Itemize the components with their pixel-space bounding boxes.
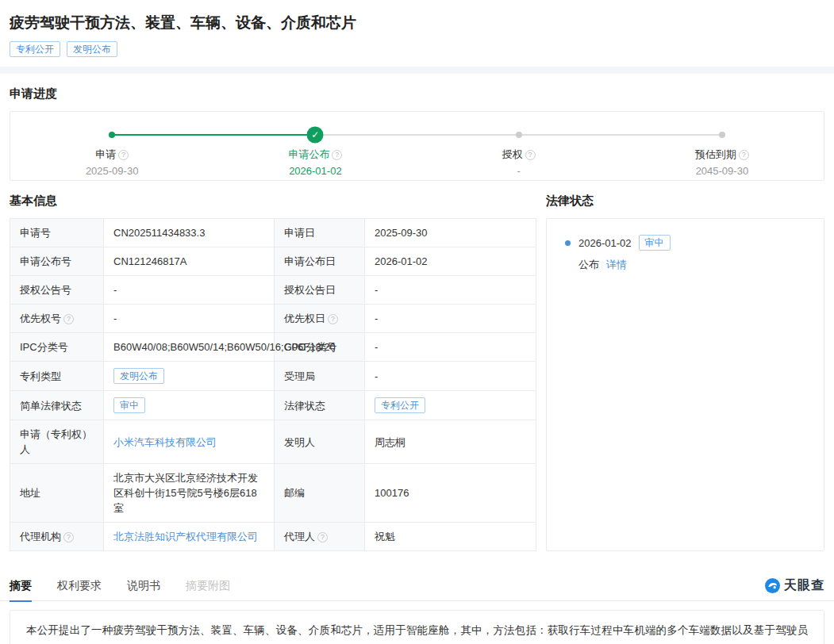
- step-done-dot: [109, 132, 115, 138]
- patent-status-tag: 专利公开: [10, 41, 60, 57]
- table-row: 申请号 CN202511434833.3 申请日 2025-09-30: [10, 219, 536, 247]
- field-label: 授权公告号: [10, 276, 104, 305]
- field-label: 受理局: [275, 362, 365, 391]
- field-label: 申请日: [275, 219, 365, 247]
- timeline-step-grant: 授权? -: [417, 112, 621, 180]
- field-value: -: [365, 276, 536, 305]
- patent-type-tag: 发明公布: [67, 41, 117, 57]
- legal-status-action: 公布: [578, 259, 599, 270]
- field-label: 专利类型: [10, 362, 104, 391]
- field-label: 优先权日: [284, 312, 325, 324]
- basic-info-table: 申请号 CN202511434833.3 申请日 2025-09-30 申请公布…: [10, 218, 536, 551]
- step-label: 授权: [502, 148, 523, 160]
- help-icon[interactable]: ?: [317, 532, 328, 542]
- field-label: 代理机构: [20, 531, 61, 542]
- legal-status-item-badge: 审中: [639, 235, 671, 251]
- legal-status-heading: 法律状态: [546, 194, 824, 209]
- field-value: 2026-01-02: [365, 247, 536, 276]
- field-label: 授权公告日: [275, 276, 365, 305]
- field-label: 申请公布号: [10, 247, 104, 276]
- help-icon[interactable]: ?: [739, 150, 749, 160]
- legal-status-detail-link[interactable]: 详情: [606, 259, 627, 270]
- field-value: -: [365, 362, 536, 391]
- brand-name: 天眼查: [784, 577, 824, 594]
- simple-legal-status-badge: 审中: [113, 397, 145, 413]
- field-label: 邮编: [275, 464, 365, 523]
- agency-link[interactable]: 北京法胜知识产权代理有限公司: [113, 531, 258, 542]
- field-label: 申请公布日: [275, 247, 365, 276]
- tab-abstract[interactable]: 摘要: [10, 571, 32, 601]
- field-value: -: [365, 305, 536, 333]
- field-value: 100176: [365, 464, 536, 523]
- help-icon[interactable]: ?: [63, 314, 74, 324]
- table-row: IPC分类号 B60W40/08;B60W50/14;B60W50/16;G06…: [10, 333, 536, 362]
- document-tabbar: 摘要 权利要求 说明书 摘要附图 天眼查: [0, 571, 834, 601]
- tab-claims[interactable]: 权利要求: [57, 571, 102, 601]
- table-row: 优先权号? - 优先权日? -: [10, 305, 536, 333]
- field-label: CPC分类号: [275, 333, 365, 362]
- field-value: CN121246817A: [104, 247, 275, 276]
- legal-status-badge: 专利公开: [375, 397, 425, 413]
- step-label: 预估到期: [695, 148, 736, 160]
- legal-status-item: 2026-01-02 审中 公布 详情: [563, 235, 808, 272]
- patent-tag-row: 专利公开 发明公布: [10, 41, 824, 57]
- field-value: CN202511434833.3: [104, 219, 275, 247]
- patent-title: 疲劳驾驶干预方法、装置、车辆、设备、介质和芯片: [10, 13, 824, 33]
- timeline-step-publication: ✓ 申请公布? 2026-01-02: [213, 112, 417, 180]
- step-pending-dot: [719, 132, 725, 138]
- step-date: -: [417, 165, 621, 177]
- help-icon[interactable]: ?: [63, 532, 74, 542]
- tianyancha-logo-icon: [765, 578, 780, 593]
- legal-status-date: 2026-01-02: [578, 237, 632, 249]
- field-label: 申请号: [10, 219, 104, 247]
- application-progress-timeline: 申请? 2025-09-30 ✓ 申请公布? 2026-01-02 授权? - …: [10, 111, 824, 181]
- field-value: -: [365, 333, 536, 362]
- field-label: 地址: [10, 464, 104, 523]
- table-row: 授权公告号 - 授权公告日 -: [10, 276, 536, 305]
- table-row: 地址 北京市大兴区北京经济技术开发区科创十街15号院5号楼6层618室 邮编 1…: [10, 464, 536, 523]
- progress-heading: 申请进度: [10, 86, 824, 102]
- field-label: IPC分类号: [10, 333, 104, 362]
- step-pending-dot: [516, 132, 522, 138]
- help-icon[interactable]: ?: [525, 150, 536, 160]
- tab-abstract-figure[interactable]: 摘要附图: [186, 571, 230, 601]
- field-value: -: [104, 305, 275, 333]
- abstract-text: 本公开提出了一种疲劳驾驶干预方法、装置、车辆、设备、介质和芯片，适用于智能座舱，…: [26, 624, 808, 644]
- step-label: 申请: [95, 148, 116, 160]
- field-label: 代理人: [284, 531, 315, 542]
- field-value: 祝魁: [365, 523, 536, 551]
- abstract-panel: 本公开提出了一种疲劳驾驶干预方法、装置、车辆、设备、介质和芯片，适用于智能座舱，…: [10, 610, 824, 644]
- timeline-step-estimated-expiry: 预估到期? 2045-09-30: [621, 112, 824, 180]
- field-value: 周志桐: [365, 420, 536, 464]
- basic-info-heading: 基本信息: [10, 194, 536, 209]
- step-date: 2025-09-30: [10, 165, 213, 177]
- field-label: 申请（专利权）人: [10, 420, 104, 464]
- timeline-step-application: 申请? 2025-09-30: [10, 112, 213, 180]
- table-row: 申请公布号 CN121246817A 申请公布日 2026-01-02: [10, 247, 536, 276]
- step-label: 申请公布: [288, 148, 329, 160]
- field-label: 发明人: [275, 420, 365, 464]
- tab-description[interactable]: 说明书: [127, 571, 160, 601]
- step-check-icon: ✓: [307, 127, 324, 144]
- field-value: 2025-09-30: [365, 219, 536, 247]
- tianyancha-brand: 天眼查: [765, 577, 824, 594]
- step-date: 2045-09-30: [621, 165, 824, 177]
- bullet-dot-icon: [565, 240, 571, 246]
- help-icon[interactable]: ?: [328, 314, 338, 324]
- page-header: 疲劳驾驶干预方法、装置、车辆、设备、介质和芯片 专利公开 发明公布: [0, 0, 834, 67]
- field-label: 优先权号: [20, 312, 61, 324]
- field-value: -: [104, 276, 275, 305]
- help-icon[interactable]: ?: [332, 150, 342, 160]
- help-icon[interactable]: ?: [118, 150, 129, 160]
- step-date: 2026-01-02: [213, 165, 417, 177]
- table-row: 申请（专利权）人 小米汽车科技有限公司 发明人 周志桐: [10, 420, 536, 464]
- table-row: 代理机构? 北京法胜知识产权代理有限公司 代理人? 祝魁: [10, 523, 536, 551]
- section-separator: [0, 67, 834, 74]
- applicant-link[interactable]: 小米汽车科技有限公司: [113, 436, 217, 448]
- table-row: 专利类型 发明公布 受理局 -: [10, 362, 536, 391]
- field-label: 法律状态: [275, 391, 365, 420]
- table-row: 简单法律状态 审中 法律状态 专利公开: [10, 391, 536, 420]
- legal-status-panel: 2026-01-02 审中 公布 详情: [546, 218, 824, 551]
- field-value: B60W40/08;B60W50/14;B60W50/16;G06F18/20: [104, 333, 275, 362]
- field-value: 北京市大兴区北京经济技术开发区科创十街15号院5号楼6层618室: [104, 464, 275, 523]
